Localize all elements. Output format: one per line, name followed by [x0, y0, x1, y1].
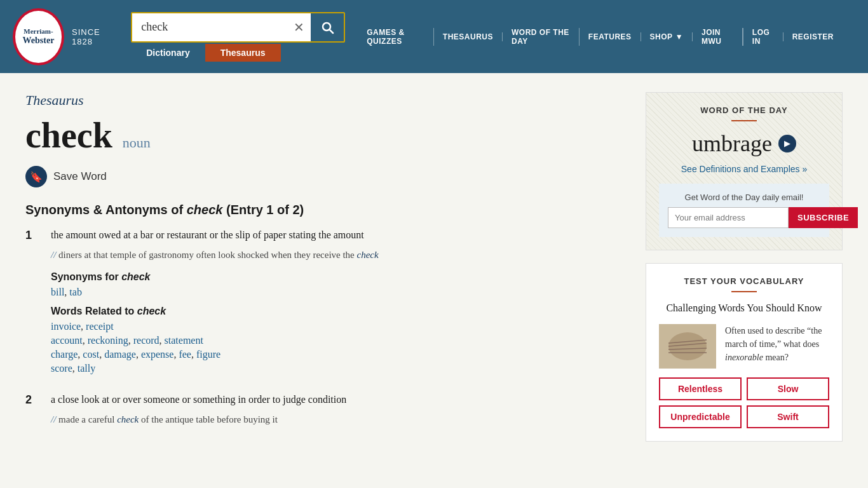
- related-row-1: invoice, receipt: [51, 321, 627, 332]
- tab-bar: Dictionary Thesaurus: [131, 44, 345, 62]
- search-clear-button[interactable]: ✕: [287, 20, 311, 35]
- example-1: // diners at that temple of gastronomy o…: [51, 248, 627, 262]
- answer-relentless[interactable]: Relentless: [659, 377, 742, 400]
- entry-heading-word: check: [187, 203, 223, 217]
- since-text: SINCE 1828: [72, 27, 118, 46]
- logo[interactable]: Merriam- Webster: [13, 8, 64, 65]
- example-word-2: check: [117, 414, 139, 424]
- email-form: SUBSCRIBE: [668, 207, 820, 228]
- wotd-see-link[interactable]: See Definitions and Examples »: [681, 164, 807, 174]
- answer-swift[interactable]: Swift: [747, 405, 829, 428]
- vocab-desc: Often used to describe “the march of tim…: [725, 324, 829, 369]
- related-row-3: charge, cost, damage, expense, fee, figu…: [51, 349, 627, 360]
- nav-shop[interactable]: SHOP ▼: [641, 32, 693, 41]
- example-2: // made a careful check of the antique t…: [51, 412, 627, 427]
- email-input[interactable]: [668, 207, 789, 228]
- related-account[interactable]: account: [51, 335, 83, 346]
- audio-icon: ▶: [784, 139, 790, 149]
- nav-games-quizzes[interactable]: GAMES & QUIZZES: [358, 28, 434, 46]
- def-number-1: 1: [25, 229, 38, 377]
- nav-thesaurus[interactable]: THESAURUS: [434, 32, 503, 41]
- content-area: Thesaurus check noun 🔖 Save Word Synonym…: [25, 92, 627, 451]
- vocab-image: [659, 324, 716, 369]
- related-damage[interactable]: damage: [104, 349, 136, 360]
- main-word: check: [25, 115, 112, 156]
- vocab-divider: [731, 291, 757, 292]
- related-tally[interactable]: tally: [78, 363, 95, 374]
- vocab-card: TEST YOUR VOCABULARY Challenging Words Y…: [646, 263, 843, 442]
- example-word-1: check: [357, 250, 379, 260]
- related-figure[interactable]: figure: [196, 349, 220, 360]
- example-slash-1: //: [51, 250, 56, 260]
- example-end-2: of the antique table before buying it: [141, 414, 278, 424]
- word-heading: check noun: [25, 115, 627, 156]
- wotd-email-label: Get Word of the Day daily email!: [668, 193, 820, 202]
- example-slash-2: //: [51, 414, 56, 424]
- related-score[interactable]: score: [51, 363, 72, 374]
- related-cost[interactable]: cost: [83, 349, 99, 360]
- related-row-4: score, tally: [51, 363, 627, 374]
- related-receipt[interactable]: receipt: [86, 321, 114, 332]
- example-text-2: made a careful: [58, 414, 117, 424]
- def-number-2: 2: [25, 393, 38, 436]
- bookmark-icon: 🔖: [25, 166, 47, 187]
- related-statement[interactable]: statement: [165, 335, 203, 346]
- vocab-image-svg: [659, 324, 716, 369]
- answer-buttons: Relentless Slow Unpredictable Swift: [659, 377, 829, 428]
- search-button[interactable]: [311, 13, 344, 41]
- nav-log-in[interactable]: LOG IN: [743, 28, 783, 46]
- entry-subheading: (Entry 1 of 2): [226, 203, 304, 217]
- related-charge[interactable]: charge: [51, 349, 78, 360]
- wotd-email-section: Get Word of the Day daily email! SUBSCRI…: [659, 184, 829, 237]
- logo-merriam: Merriam-: [24, 27, 53, 36]
- pos-label: noun: [123, 135, 151, 151]
- search-input[interactable]: check: [132, 20, 287, 34]
- related-row-2: account, reckoning, record, statement: [51, 335, 627, 346]
- nav-join-mwu[interactable]: JOIN MWU: [693, 28, 743, 46]
- related-label-1: Words Related to check: [51, 306, 627, 317]
- synonyms-label-1: Synonyms for check: [51, 271, 627, 283]
- nav-register[interactable]: REGISTER: [783, 32, 843, 41]
- logo-area: Merriam- Webster SINCE 1828: [13, 8, 118, 65]
- def-content-2: a close look at or over someone or somet…: [51, 392, 627, 436]
- bookmark-symbol: 🔖: [30, 171, 43, 183]
- related-record[interactable]: record: [133, 335, 159, 346]
- entry-heading: Synonyms & Antonyms of check (Entry 1 of…: [25, 203, 627, 217]
- chevron-down-icon: ▼: [675, 32, 683, 41]
- wotd-title: WORD OF THE DAY: [659, 105, 829, 115]
- def-text-1: the amount owed at a bar or restaurant o…: [51, 227, 627, 243]
- search-icon: [320, 20, 335, 35]
- related-reckoning[interactable]: reckoning: [88, 335, 128, 346]
- synonym-bill[interactable]: bill: [51, 287, 64, 297]
- definition-1: 1 the amount owed at a bar or restaurant…: [25, 227, 627, 377]
- nav-features[interactable]: FEATURES: [580, 32, 641, 41]
- def-text-2: a close look at or over someone or somet…: [51, 392, 627, 407]
- page-label: Thesaurus: [25, 92, 627, 109]
- example-text-1: diners at that temple of gastronomy ofte…: [58, 250, 356, 260]
- save-word-button[interactable]: 🔖 Save Word: [25, 166, 627, 187]
- tab-dictionary[interactable]: Dictionary: [131, 44, 205, 62]
- vocab-title: TEST YOUR VOCABULARY: [659, 276, 829, 286]
- synonym-tab[interactable]: tab: [69, 287, 82, 297]
- subscribe-button[interactable]: SUBSCRIBE: [789, 207, 858, 228]
- related-invoice[interactable]: invoice: [51, 321, 81, 332]
- wotd-word: umbrage ▶: [659, 130, 829, 157]
- search-area: check ✕ Dictionary Thesaurus: [131, 12, 345, 62]
- save-word-text: Save Word: [53, 170, 107, 183]
- logo-webster: Webster: [23, 36, 55, 46]
- wotd-divider: [731, 120, 757, 121]
- vocab-question: Challenging Words You Should Know: [659, 301, 829, 315]
- audio-button[interactable]: ▶: [778, 135, 796, 152]
- synonyms-list-1: bill, tab: [51, 287, 627, 298]
- nav-word-of-the-day[interactable]: WORD OF THE DAY: [503, 28, 580, 46]
- answer-slow[interactable]: Slow: [747, 377, 829, 400]
- related-expense[interactable]: expense: [141, 349, 174, 360]
- main-container: Thesaurus check noun 🔖 Save Word Synonym…: [0, 73, 868, 470]
- main-nav: GAMES & QUIZZES THESAURUS WORD OF THE DA…: [358, 28, 843, 46]
- tab-thesaurus[interactable]: Thesaurus: [205, 44, 281, 62]
- sidebar: WORD OF THE DAY umbrage ▶ See Definition…: [646, 92, 843, 451]
- related-fee[interactable]: fee: [179, 349, 191, 360]
- related-words-1: invoice, receipt account, reckoning, rec…: [51, 321, 627, 374]
- def-content-1: the amount owed at a bar or restaurant o…: [51, 227, 627, 377]
- answer-unpredictable[interactable]: Unpredictable: [659, 405, 742, 428]
